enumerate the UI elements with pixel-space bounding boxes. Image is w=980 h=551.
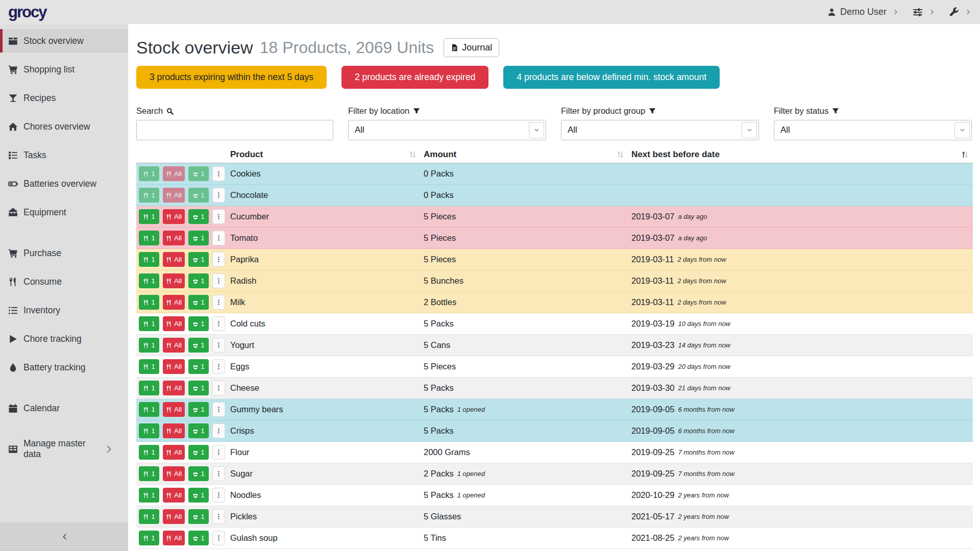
status-select[interactable]: All [774,120,972,140]
consume-one-button[interactable]: 1 [139,338,159,353]
consume-all-button[interactable]: All [163,509,185,524]
consume-one-button[interactable]: 1 [139,166,159,181]
consume-all-button[interactable]: All [163,359,185,374]
consume-one-button[interactable]: 1 [139,273,159,288]
sort-icon-active[interactable] [961,151,969,159]
consume-all-button[interactable]: All [163,166,185,181]
open-one-button[interactable]: 1 [188,402,209,417]
consume-one-button[interactable]: 1 [139,466,159,481]
consume-one-button[interactable]: 1 [139,295,159,310]
consume-one-button[interactable]: 1 [139,188,159,203]
open-one-button[interactable]: 1 [188,231,209,245]
row-menu-button[interactable] [212,188,225,203]
chevron-right-icon[interactable] [965,9,972,15]
consume-all-button[interactable]: All [163,295,185,310]
open-one-button[interactable]: 1 [188,252,209,267]
sliders-icon[interactable] [913,7,923,17]
row-menu-button[interactable] [212,316,225,331]
open-one-button[interactable]: 1 [188,209,209,224]
open-one-button[interactable]: 1 [188,466,209,481]
row-menu-button[interactable] [212,252,225,267]
row-menu-button[interactable] [212,231,225,245]
consume-one-button[interactable]: 1 [139,531,159,545]
consume-one-button[interactable]: 1 [139,252,159,267]
open-one-button[interactable]: 1 [188,273,209,288]
consume-all-button[interactable]: All [163,466,185,481]
consume-all-button[interactable]: All [163,402,185,417]
consume-all-button[interactable]: All [163,381,185,395]
user-menu[interactable]: Demo User [827,7,887,17]
consume-all-button[interactable]: All [163,273,185,288]
sidebar-item-stock-overview[interactable]: Stock overview [0,29,128,53]
stock-alert-button-2[interactable]: 2 products are already expired [341,66,488,89]
open-one-button[interactable]: 1 [188,295,209,310]
wrench-icon[interactable] [949,7,959,17]
open-one-button[interactable]: 1 [188,531,209,545]
stock-alert-button-1[interactable]: 3 products expiring within the next 5 da… [136,66,327,89]
consume-one-button[interactable]: 1 [139,402,159,417]
consume-all-button[interactable]: All [163,316,185,331]
consume-all-button[interactable]: All [163,188,185,203]
open-one-button[interactable]: 1 [188,445,209,460]
sidebar-collapse-button[interactable] [60,533,68,541]
consume-all-button[interactable]: All [163,231,185,245]
consume-one-button[interactable]: 1 [139,359,159,374]
consume-all-button[interactable]: All [163,209,185,224]
consume-one-button[interactable]: 1 [139,445,159,460]
row-menu-button[interactable] [212,166,225,181]
chevron-right-icon[interactable] [929,9,936,15]
sidebar-item-batteries-overview[interactable]: Batteries overview [0,172,128,195]
sidebar-item-battery-tracking[interactable]: Battery tracking [0,356,128,379]
open-one-button[interactable]: 1 [188,316,209,331]
consume-one-button[interactable]: 1 [139,509,159,524]
sidebar-item-equipment[interactable]: Equipment [0,201,128,224]
sidebar-item-inventory[interactable]: Inventory [0,298,128,322]
row-menu-button[interactable] [212,423,225,438]
sidebar-item-tasks[interactable]: Tasks [0,143,128,167]
row-menu-button[interactable] [212,273,225,288]
consume-one-button[interactable]: 1 [139,488,159,503]
location-select[interactable]: All [348,120,546,140]
consume-all-button[interactable]: All [163,445,185,460]
sidebar-item-chores-overview[interactable]: Chores overview [0,115,128,138]
row-menu-button[interactable] [212,509,225,524]
row-menu-button[interactable] [212,359,225,374]
open-one-button[interactable]: 1 [188,509,209,524]
consume-all-button[interactable]: All [163,338,185,353]
consume-all-button[interactable]: All [163,488,185,503]
row-menu-button[interactable] [212,295,225,310]
sort-icon[interactable] [617,151,624,159]
consume-one-button[interactable]: 1 [139,423,159,438]
sidebar-item-chore-tracking[interactable]: Chore tracking [0,327,128,350]
row-menu-button[interactable] [212,402,225,417]
open-one-button[interactable]: 1 [188,423,209,438]
consume-one-button[interactable]: 1 [139,381,159,395]
sidebar-item-purchase[interactable]: Purchase [0,241,128,265]
row-menu-button[interactable] [212,381,225,395]
row-menu-button[interactable] [212,209,225,224]
open-one-button[interactable]: 1 [188,338,209,353]
stock-alert-button-3[interactable]: 4 products are below defined min. stock … [503,66,720,89]
row-menu-button[interactable] [212,531,225,545]
row-menu-button[interactable] [212,466,225,481]
open-one-button[interactable]: 1 [188,359,209,374]
open-one-button[interactable]: 1 [188,188,209,203]
sidebar-item-shopping-list[interactable]: Shopping list [0,58,128,81]
consume-all-button[interactable]: All [163,423,185,438]
product-group-select[interactable]: All [561,120,759,140]
consume-one-button[interactable]: 1 [139,231,159,245]
sidebar-item-consume[interactable]: Consume [0,270,128,293]
row-menu-button[interactable] [212,445,225,460]
open-one-button[interactable]: 1 [188,381,209,395]
open-one-button[interactable]: 1 [188,166,209,181]
sidebar-item-calendar[interactable]: Calendar [0,396,128,420]
row-menu-button[interactable] [212,338,225,353]
sidebar-item-recipes[interactable]: Recipes [0,86,128,110]
open-one-button[interactable]: 1 [188,488,209,503]
consume-all-button[interactable]: All [163,531,185,545]
consume-one-button[interactable]: 1 [139,209,159,224]
consume-all-button[interactable]: All [163,252,185,267]
sort-icon[interactable] [409,151,416,159]
search-input[interactable] [136,120,333,140]
journal-button[interactable]: Journal [444,38,499,57]
